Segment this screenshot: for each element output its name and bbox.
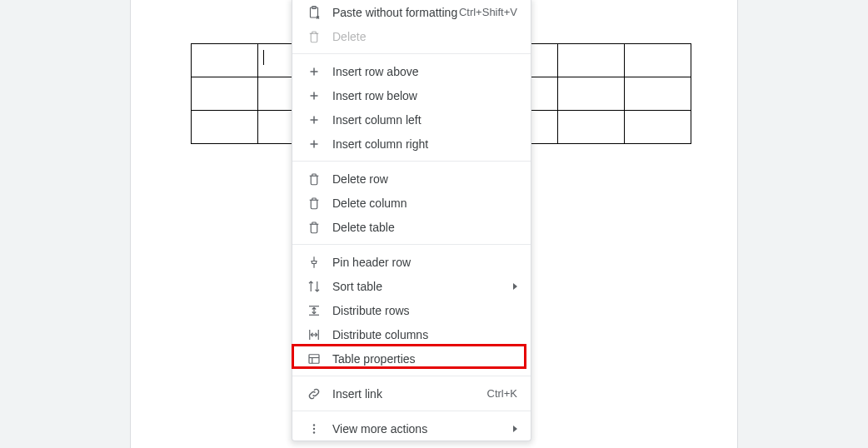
svg-point-20 xyxy=(313,424,315,426)
menu-divider xyxy=(292,53,531,54)
text-cursor xyxy=(263,50,264,65)
menu-label: Insert row below xyxy=(332,89,517,102)
menu-divider xyxy=(292,161,531,162)
submenu-arrow-icon xyxy=(513,426,517,432)
menu-insert-column-left[interactable]: Insert column left xyxy=(292,107,531,132)
menu-label: Pin header row xyxy=(332,256,517,269)
table-properties-icon xyxy=(306,351,322,367)
svg-point-21 xyxy=(313,427,315,429)
menu-distribute-columns[interactable]: Distribute columns xyxy=(292,322,531,346)
distribute-columns-icon xyxy=(306,326,322,343)
paste-no-format-icon xyxy=(306,4,322,21)
menu-distribute-rows[interactable]: Distribute rows xyxy=(292,298,531,322)
plus-icon xyxy=(306,87,322,104)
menu-label: View more actions xyxy=(332,422,513,436)
plus-icon xyxy=(306,136,322,152)
menu-table-properties[interactable]: Table properties xyxy=(292,346,531,371)
menu-view-more-actions[interactable]: View more actions xyxy=(292,416,531,441)
submenu-arrow-icon xyxy=(513,283,517,290)
trash-icon xyxy=(306,195,322,212)
svg-point-22 xyxy=(313,431,315,433)
link-icon xyxy=(306,386,322,402)
menu-insert-column-right[interactable]: Insert column right xyxy=(292,132,531,156)
menu-insert-row-below[interactable]: Insert row below xyxy=(292,83,531,107)
menu-shortcut: Ctrl+Shift+V xyxy=(459,6,517,18)
menu-label: Distribute rows xyxy=(332,304,517,317)
trash-icon xyxy=(306,171,322,187)
distribute-rows-icon xyxy=(306,302,322,319)
menu-label: Delete row xyxy=(332,172,517,186)
plus-icon xyxy=(306,112,322,128)
trash-icon xyxy=(306,28,322,45)
menu-insert-row-above[interactable]: Insert row above xyxy=(292,59,531,83)
menu-label: Delete xyxy=(332,30,517,43)
sort-icon xyxy=(306,278,322,295)
menu-paste-without-formatting[interactable]: Paste without formatting Ctrl+Shift+V xyxy=(292,0,531,24)
menu-label: Insert row above xyxy=(332,65,517,78)
menu-divider xyxy=(292,376,531,376)
menu-delete-row[interactable]: Delete row xyxy=(292,167,531,191)
menu-insert-link[interactable]: Insert link Ctrl+K xyxy=(292,381,531,406)
menu-label: Insert link xyxy=(332,387,487,401)
menu-pin-header-row[interactable]: Pin header row xyxy=(292,250,531,274)
menu-label: Paste without formatting xyxy=(332,6,459,19)
menu-delete-column[interactable]: Delete column xyxy=(292,191,531,215)
menu-delete: Delete xyxy=(292,24,531,48)
menu-divider xyxy=(292,244,531,245)
menu-label: Sort table xyxy=(332,280,513,293)
more-vert-icon xyxy=(306,421,322,437)
menu-shortcut: Ctrl+K xyxy=(487,387,517,400)
menu-divider xyxy=(292,411,531,411)
context-menu: Paste without formatting Ctrl+Shift+V De… xyxy=(292,0,531,441)
plus-icon xyxy=(306,63,322,80)
svg-rect-17 xyxy=(309,354,319,363)
menu-label: Distribute columns xyxy=(332,328,517,341)
trash-icon xyxy=(306,219,322,236)
menu-sort-table[interactable]: Sort table xyxy=(292,274,531,298)
menu-delete-table[interactable]: Delete table xyxy=(292,215,531,239)
menu-label: Delete column xyxy=(332,197,517,210)
menu-label: Insert column left xyxy=(332,113,517,127)
pin-icon xyxy=(306,254,322,271)
menu-label: Delete table xyxy=(332,221,517,234)
menu-label: Table properties xyxy=(332,352,517,366)
menu-label: Insert column right xyxy=(332,137,517,151)
